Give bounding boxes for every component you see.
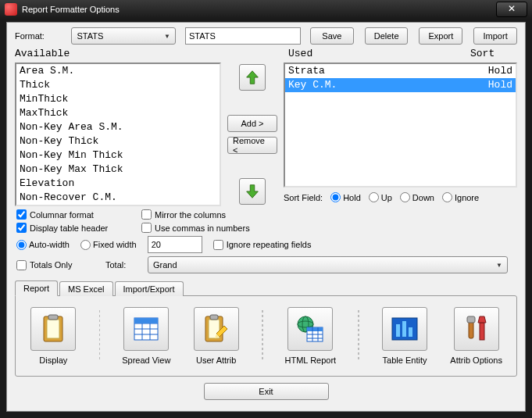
window-title: Report Formatter Options xyxy=(22,5,120,14)
total-label: Total: xyxy=(105,260,137,270)
add-button[interactable]: Add > xyxy=(227,115,277,132)
titlebar: Report Formatter Options ✕ xyxy=(0,0,532,19)
tabstrip: Report MS Excel Import/Export xyxy=(15,280,517,295)
tool-table-entity[interactable]: Table Entity xyxy=(381,307,429,365)
list-headers: Available Used Sort xyxy=(7,48,525,59)
lists-row: Area S.M.ThickMinThickMaxThickNon-Key Ar… xyxy=(7,59,525,208)
globe-grid-icon xyxy=(295,313,326,345)
close-button[interactable]: ✕ xyxy=(496,2,527,17)
sort-hold-radio[interactable]: Hold xyxy=(330,192,361,202)
arrow-down-icon xyxy=(244,183,261,200)
format-combo-value: STATS xyxy=(77,31,103,41)
export-button[interactable]: Export xyxy=(419,27,462,45)
transfer-buttons: Add > Remove < xyxy=(227,63,277,206)
columnar-checkbox[interactable]: Columnar format xyxy=(16,209,126,220)
client-area: Format: STATS Save Delete Export Import … xyxy=(6,22,526,412)
sort-down-radio[interactable]: Down xyxy=(400,192,434,202)
options-row-4: Totals Only Total: Grand xyxy=(7,255,525,275)
exit-button[interactable]: Exit xyxy=(204,383,329,400)
tab-ms-excel[interactable]: MS Excel xyxy=(59,281,112,296)
available-item[interactable]: Thick xyxy=(16,78,220,92)
clipboard-icon xyxy=(37,313,69,345)
svg-rect-24 xyxy=(402,321,406,337)
total-combo-value: Grand xyxy=(153,260,177,270)
tool-user-attrib[interactable]: User Attrib xyxy=(192,307,240,365)
arrow-up-icon xyxy=(244,69,261,86)
available-item[interactable]: MaxThick xyxy=(16,106,220,120)
separator xyxy=(99,310,101,362)
available-item[interactable]: Non-Key Area S.M. xyxy=(16,120,220,134)
use-commas-checkbox[interactable]: Use commas in numbers xyxy=(141,223,250,233)
svg-rect-12 xyxy=(210,315,218,320)
svg-rect-23 xyxy=(396,324,400,337)
available-item[interactable]: Non-Recover C.M. xyxy=(16,191,220,205)
width-input[interactable] xyxy=(148,236,202,253)
app-icon xyxy=(5,3,17,16)
available-item[interactable]: Density xyxy=(16,205,220,206)
tools-icon xyxy=(461,313,492,345)
total-combo[interactable]: Grand xyxy=(148,256,508,273)
ignore-repeat-checkbox[interactable]: Ignore repeating fields xyxy=(213,240,312,250)
sort-header: Sort xyxy=(470,48,517,59)
available-item[interactable]: Non-Key Max Thick xyxy=(16,163,220,177)
table-bars-icon xyxy=(389,313,420,345)
options-row-3: Auto-width Fixed width Ignore repeating … xyxy=(7,234,525,255)
available-header: Available xyxy=(15,48,226,59)
used-item[interactable]: StrataHold xyxy=(285,64,516,78)
exit-row: Exit xyxy=(7,377,525,406)
remove-button[interactable]: Remove < xyxy=(227,137,277,154)
svg-rect-28 xyxy=(480,323,484,340)
available-item[interactable]: MinThick xyxy=(16,92,220,106)
sort-field-label: Sort Field: xyxy=(284,193,323,202)
tool-html-report[interactable]: HTML Report xyxy=(285,307,337,365)
available-item[interactable]: Area S.M. xyxy=(16,64,220,78)
totals-only-checkbox[interactable]: Totals Only xyxy=(16,260,95,270)
tab-report[interactable]: Report xyxy=(15,280,58,296)
svg-rect-9 xyxy=(134,318,158,323)
report-toolbar: Display Spread View User Attrib HTML xyxy=(23,304,509,368)
format-row: Format: STATS Save Delete Export Import xyxy=(7,23,525,48)
auto-width-radio[interactable]: Auto-width xyxy=(16,240,70,250)
clipboard-pencil-icon xyxy=(201,313,232,345)
tab-import-export[interactable]: Import/Export xyxy=(115,281,184,296)
options-row-1: Columnar format Mirror the columns xyxy=(7,208,525,221)
import-button[interactable]: Import xyxy=(473,27,517,45)
save-button[interactable]: Save xyxy=(310,27,354,45)
grid-icon xyxy=(130,313,162,345)
sort-up-radio[interactable]: Up xyxy=(369,192,392,202)
separator xyxy=(262,310,263,362)
move-down-button[interactable] xyxy=(239,178,266,205)
display-header-checkbox[interactable]: Display table header xyxy=(16,223,126,233)
available-item[interactable]: Non-Key Thick xyxy=(16,134,220,148)
move-up-button[interactable] xyxy=(239,64,266,91)
tool-spread-view[interactable]: Spread View xyxy=(122,307,170,365)
tab-body: Display Spread View User Attrib HTML xyxy=(15,295,517,377)
tabs-area: Report MS Excel Import/Export Display Sp… xyxy=(15,280,517,377)
svg-rect-2 xyxy=(48,315,58,320)
svg-rect-1 xyxy=(47,320,59,338)
available-item[interactable]: Non-Key Min Thick xyxy=(16,148,220,163)
svg-rect-25 xyxy=(409,327,412,337)
tool-display[interactable]: Display xyxy=(30,307,77,365)
svg-rect-17 xyxy=(307,327,323,331)
format-combo[interactable]: STATS xyxy=(71,27,176,45)
sort-ignore-radio[interactable]: Ignore xyxy=(442,192,479,202)
used-header: Used xyxy=(288,48,470,59)
svg-rect-27 xyxy=(467,316,475,323)
separator xyxy=(358,310,359,362)
fixed-width-radio[interactable]: Fixed width xyxy=(80,240,137,250)
sort-field-row: Sort Field: Hold Up Down Ignore xyxy=(284,192,517,202)
window: Report Formatter Options ✕ Format: STATS… xyxy=(0,0,532,418)
used-item[interactable]: Key C.M.Hold xyxy=(285,78,516,92)
available-item[interactable]: Elevation xyxy=(16,177,220,191)
format-label: Format: xyxy=(15,31,66,41)
used-list[interactable]: StrataHoldKey C.M.Hold xyxy=(284,63,517,188)
available-list[interactable]: Area S.M.ThickMinThickMaxThickNon-Key Ar… xyxy=(15,63,221,206)
delete-button[interactable]: Delete xyxy=(365,27,409,45)
options-row-2: Display table header Use commas in numbe… xyxy=(7,221,525,234)
mirror-checkbox[interactable]: Mirror the columns xyxy=(141,209,226,220)
format-name-input[interactable] xyxy=(185,27,301,45)
tool-attrib-options[interactable]: Attrib Options xyxy=(450,307,502,365)
